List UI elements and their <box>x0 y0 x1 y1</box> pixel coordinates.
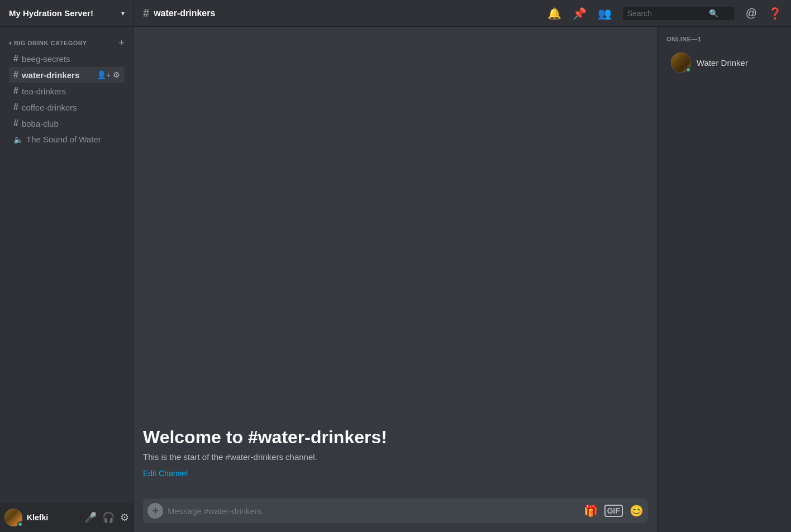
category-chevron-icon: ▾ <box>9 40 12 46</box>
message-input[interactable] <box>168 506 579 516</box>
channel-item-boba-club[interactable]: # boba-club <box>9 116 125 131</box>
help-icon[interactable]: ❓ <box>768 7 782 20</box>
pin-icon[interactable]: 📌 <box>573 7 587 20</box>
text-channel-icon: # <box>13 118 18 128</box>
channel-item-tea-drinkers[interactable]: # tea-drinkers <box>9 83 125 99</box>
channel-name: boba-club <box>22 119 120 128</box>
user-controls: 🎤 🎧 ⚙ <box>84 511 129 524</box>
emoji-icon[interactable]: 😊 <box>630 504 644 517</box>
chevron-down-icon: ▾ <box>121 9 125 17</box>
microphone-icon[interactable]: 🎤 <box>84 511 97 524</box>
member-avatar-container <box>671 52 691 73</box>
top-bar: My Hydration Server! ▾ # water-drinkers … <box>0 0 791 27</box>
channel-item-water-drinkers[interactable]: # water-drinkers 👤+ ⚙ <box>9 67 125 83</box>
message-input-area: + 🎁 GIF 😊 <box>134 490 657 532</box>
channel-name: coffee-drinkers <box>22 103 120 112</box>
text-channel-icon: # <box>13 86 18 96</box>
status-dot <box>17 521 23 527</box>
online-header: ONLINE—1 <box>666 36 782 42</box>
channel-category: ▾ BIG DRINK CATEGORY + # beeg-secrets 👤+… <box>0 27 134 150</box>
username: Klefki <box>27 513 84 522</box>
welcome-title: Welcome to #water-drinkers! <box>143 427 648 448</box>
member-name: Water Drinker <box>697 58 748 68</box>
right-panel: ONLINE—1 Water Drinker <box>657 27 791 532</box>
channel-header: # water-drinkers 🔔 📌 👥 🔍 @ ❓ <box>134 7 791 20</box>
category-add-icon[interactable]: + <box>118 38 125 48</box>
channel-name: tea-drinkers <box>22 87 120 96</box>
user-avatar-container <box>4 509 22 526</box>
welcome-subtitle: This is the start of the #water-drinkers… <box>143 452 648 462</box>
category-label: BIG DRINK CATEGORY <box>14 40 87 46</box>
channel-item-the-sound-of-water[interactable]: 🔈 The Sound of Water <box>9 132 125 147</box>
server-name-area[interactable]: My Hydration Server! ▾ <box>0 0 134 26</box>
channel-name: beeg-secrets <box>22 54 120 64</box>
message-input-icons: 🎁 GIF 😊 <box>584 504 644 517</box>
headphones-icon[interactable]: 🎧 <box>102 511 115 524</box>
category-label-row: ▾ BIG DRINK CATEGORY <box>9 40 87 46</box>
message-add-button[interactable]: + <box>147 503 163 519</box>
text-channel-icon: # <box>13 54 18 64</box>
edit-channel-link[interactable]: Edit Channel <box>143 469 188 478</box>
sidebar: ▾ BIG DRINK CATEGORY + # beeg-secrets 👤+… <box>0 27 134 532</box>
channel-name-header: water-drinkers <box>154 8 215 18</box>
members-icon[interactable]: 👥 <box>598 7 612 20</box>
member-status-dot <box>685 67 691 73</box>
welcome-section: Welcome to #water-drinkers! This is the … <box>143 416 648 490</box>
text-channel-icon: # <box>13 102 18 112</box>
message-input-box: + 🎁 GIF 😊 <box>143 499 648 523</box>
header-icons: 🔔 📌 👥 🔍 @ ❓ <box>547 7 782 20</box>
search-input[interactable] <box>627 9 706 18</box>
channel-item-coffee-drinkers[interactable]: # coffee-drinkers <box>9 99 125 115</box>
messages-area: Welcome to #water-drinkers! This is the … <box>134 27 657 490</box>
channel-actions: 👤+ ⚙ <box>97 70 120 79</box>
channel-item-beeg-secrets[interactable]: # beeg-secrets 👤+ ⚙ <box>9 51 125 66</box>
main-content: ▾ BIG DRINK CATEGORY + # beeg-secrets 👤+… <box>0 27 791 532</box>
gift-icon[interactable]: 🎁 <box>584 504 598 517</box>
text-channel-icon: # <box>13 70 18 80</box>
user-settings-icon[interactable]: ⚙ <box>120 511 129 524</box>
bell-icon[interactable]: 🔔 <box>547 7 561 20</box>
server-name: My Hydration Server! <box>9 8 93 18</box>
channel-hash-icon: # <box>143 7 149 20</box>
search-icon: 🔍 <box>709 9 718 18</box>
search-bar[interactable]: 🔍 <box>623 7 735 20</box>
user-area: Klefki 🎤 🎧 ⚙ <box>0 503 134 532</box>
channel-name: The Sound of Water <box>26 135 120 144</box>
settings-icon[interactable]: ⚙ <box>113 70 120 79</box>
add-member-icon[interactable]: 👤+ <box>97 70 111 79</box>
channel-content: Welcome to #water-drinkers! This is the … <box>134 27 657 532</box>
voice-channel-icon: 🔈 <box>13 135 23 144</box>
at-icon[interactable]: @ <box>746 7 757 20</box>
member-item[interactable]: Water Drinker <box>666 49 782 76</box>
gif-icon[interactable]: GIF <box>604 505 623 517</box>
channel-name: water-drinkers <box>22 70 97 80</box>
category-header[interactable]: ▾ BIG DRINK CATEGORY + <box>4 36 129 50</box>
